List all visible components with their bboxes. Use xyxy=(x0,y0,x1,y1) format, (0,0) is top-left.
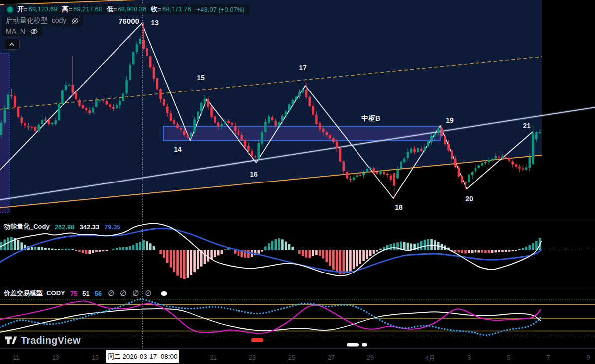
time-axis-label: 5 xyxy=(507,354,511,361)
ohlc-close-value: 69,171.76 xyxy=(162,5,191,13)
logo-text: TradingView xyxy=(21,335,81,346)
momentum-value-2: 342.33 xyxy=(80,223,100,231)
ohlc-close-label: 收= xyxy=(151,5,161,13)
time-axis-label: 27 xyxy=(328,354,335,361)
spread-indicator-legend[interactable]: 价差交易模型_CODY 75 51 56 ∅ ∅ ∅ ∅ xyxy=(4,289,167,298)
empty-set-icon: ∅ xyxy=(120,289,126,298)
time-axis-label: 7 xyxy=(547,354,550,361)
ohlc-open-value: 69,123.69 xyxy=(29,5,58,13)
ohlc-high-label: 高= xyxy=(62,5,72,13)
indicator-name: MA_N xyxy=(6,27,25,35)
indicator-chip-ma-n[interactable]: MA_N xyxy=(2,26,42,36)
chevron-up-icon xyxy=(9,42,15,46)
time-axis-label: 29 xyxy=(367,354,374,361)
momentum-indicator-legend[interactable]: 动能量化_Cody 262.98 342.33 79.35 xyxy=(4,222,120,231)
empty-set-icon: ∅ xyxy=(132,289,139,298)
tradingview-mark-icon xyxy=(4,334,17,347)
ohlc-low-label: 低= xyxy=(107,5,117,13)
ohlc-high: 高=69,217.68 xyxy=(62,5,102,14)
time-axis-label: 4月 xyxy=(425,354,435,363)
spread-title: 价差交易模型_CODY xyxy=(4,289,65,298)
empty-set-icon: ∅ xyxy=(145,289,151,298)
ohlc-low: 低=68,980.36 xyxy=(107,5,146,14)
time-axis-label: 11 xyxy=(13,354,20,361)
time-axis-label: 25 xyxy=(288,354,295,361)
momentum-value-1: 262.98 xyxy=(55,223,75,231)
ohlc-low-value: 68,980.36 xyxy=(118,5,146,13)
time-axis-label: 23 xyxy=(249,354,256,361)
time-axis-label: 15 xyxy=(92,354,99,361)
date-tooltip: 周二 2026-03-17 08:00 xyxy=(106,350,179,363)
ohlc-high-value: 69,217.68 xyxy=(73,5,102,13)
empty-set-icon: ∅ xyxy=(108,289,114,298)
market-status-dot xyxy=(7,7,13,12)
indicator-name: 启动量化模型_cody xyxy=(6,16,66,25)
ohlc-open: 开=69,123.69 xyxy=(17,5,57,14)
indicator-chip-launch-model[interactable]: 启动量化模型_cody xyxy=(2,15,83,26)
time-axis[interactable]: 11131521232527294月3579 xyxy=(0,354,595,363)
ohlc-open-label: 开= xyxy=(17,5,28,13)
momentum-value-3: 79.35 xyxy=(104,223,120,231)
tradingview-logo[interactable]: TradingView xyxy=(4,334,81,347)
time-axis-label: 13 xyxy=(52,354,59,361)
time-axis-label: 21 xyxy=(210,354,217,361)
spread-value-2: 51 xyxy=(82,290,89,297)
white-oval-marker-icon xyxy=(161,291,167,296)
price-change: +48.07 (+0.07%) xyxy=(197,6,245,13)
time-axis-label: 3 xyxy=(468,354,471,361)
eye-off-icon[interactable] xyxy=(30,28,38,35)
ohlc-legend[interactable]: 开=69,123.69 高=69,217.68 低=68,980.36 收=69… xyxy=(4,4,250,15)
spread-value-3: 56 xyxy=(95,290,102,297)
collapse-panel-button[interactable] xyxy=(4,39,20,50)
eye-off-icon[interactable] xyxy=(71,17,79,25)
tradingview-chart-window: 76000131415161718192021中枢B 开=69,123.69 高… xyxy=(0,0,595,364)
time-axis-label: 9 xyxy=(587,354,590,361)
ohlc-close: 收=69,171.76 xyxy=(151,5,191,14)
momentum-title: 动能量化_Cody xyxy=(4,222,50,231)
chart-canvas[interactable] xyxy=(0,0,595,364)
spread-value-1: 75 xyxy=(70,290,77,297)
